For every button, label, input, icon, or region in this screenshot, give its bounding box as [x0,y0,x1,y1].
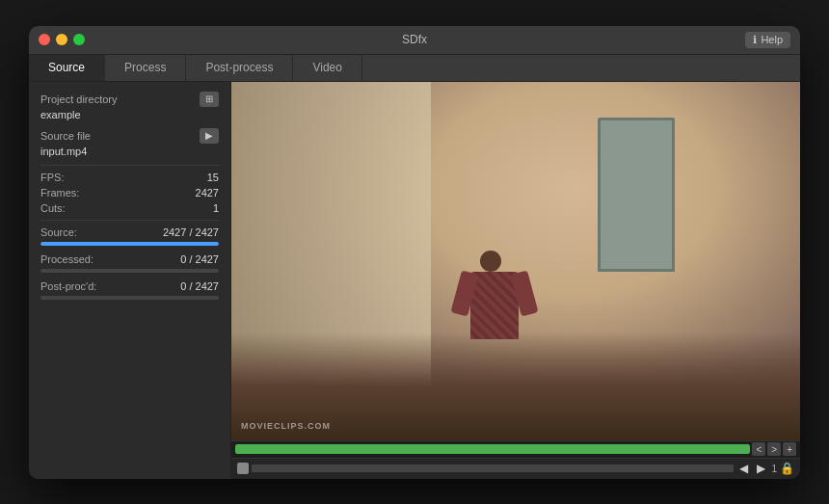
source-file-value: input.mp4 [40,146,219,157]
timeline-ticks [235,444,750,454]
app-window: SDfx ℹ Help Source Process Post-process … [29,26,800,479]
processed-label: Processed: [40,253,103,265]
play-back-button[interactable]: ◀ [736,462,751,475]
cuts-row: Cuts: 1 [40,202,219,214]
source-file-row: Source file ▶ input.mp4 [40,128,219,157]
divider-1 [40,165,219,166]
timeline-zoom-button[interactable]: + [783,442,796,456]
processed-progress-bar [40,269,219,273]
cuts-value: 1 [213,202,219,214]
main-content: Project directory ⊞ example Source file … [29,82,800,479]
project-directory-browse-button[interactable]: ⊞ [200,92,219,107]
help-label: Help [761,34,783,45]
window-title: SDfx [402,33,427,46]
fps-row: FPS: 15 [40,172,219,183]
help-icon: ℹ [753,34,757,46]
processed-value: 0 / 2427 [180,253,219,265]
help-button[interactable]: ℹ Help [745,32,790,48]
play-forward-button[interactable]: ▶ [754,462,768,475]
source-stat-label: Source: [40,226,103,238]
timeline-bar[interactable]: < > + [231,440,800,458]
divider-2 [40,220,219,221]
fps-value: 15 [207,172,219,183]
minimize-button[interactable] [56,34,67,45]
postprocd-value: 0 / 2427 [180,280,219,292]
source-progress-bar [40,242,219,246]
project-directory-label: Project directory ⊞ [40,92,219,107]
person-figure [470,251,519,339]
video-watermark: MOVIECLIPS.COM [241,419,331,431]
frames-label: Frames: [40,187,103,199]
tab-video[interactable]: Video [293,55,361,81]
maximize-button[interactable] [73,34,85,45]
video-placeholder: MOVIECLIPS.COM [231,82,800,440]
toolbar: Source Process Post-process Video [29,55,800,82]
postprocd-row: Post-proc'd: 0 / 2427 [40,280,219,292]
source-file-label: Source file ▶ [40,128,219,144]
source-row: Source: 2427 / 2427 [40,226,219,238]
tab-source[interactable]: Source [29,55,105,81]
traffic-lights [39,34,85,45]
postprocd-progress-bar [40,296,219,300]
cuts-label: Cuts: [40,202,103,214]
processed-row: Processed: 0 / 2427 [40,253,219,265]
timeline-track[interactable] [235,444,750,454]
tab-post-process[interactable]: Post-process [186,55,293,81]
tab-process[interactable]: Process [105,55,186,81]
timeline-next-button[interactable]: > [767,442,781,456]
playback-bar: ◀ ▶ 1 🔒 [231,458,800,479]
frames-value: 2427 [196,187,219,199]
source-file-browse-button[interactable]: ▶ [200,128,219,144]
frames-row: Frames: 2427 [40,187,219,199]
fps-label: FPS: [40,172,103,183]
project-directory-value: example [40,109,219,120]
source-stat-value: 2427 / 2427 [163,226,219,238]
frame-count-display: 1 [771,464,777,474]
lock-icon: 🔒 [780,462,794,475]
close-button[interactable] [39,34,50,45]
scene-door [598,118,675,272]
source-progress-fill [40,242,219,246]
sidebar: Project directory ⊞ example Source file … [29,82,231,479]
video-frame: MOVIECLIPS.COM [231,82,800,440]
titlebar: SDfx ℹ Help [29,26,800,55]
scrubber-track[interactable] [252,464,734,472]
video-area: MOVIECLIPS.COM < > + [231,82,800,479]
timeline-prev-button[interactable]: < [752,442,765,456]
project-directory-row: Project directory ⊞ example [40,92,219,120]
scrubber-handle[interactable] [237,463,249,474]
postprocd-label: Post-proc'd: [40,280,103,292]
